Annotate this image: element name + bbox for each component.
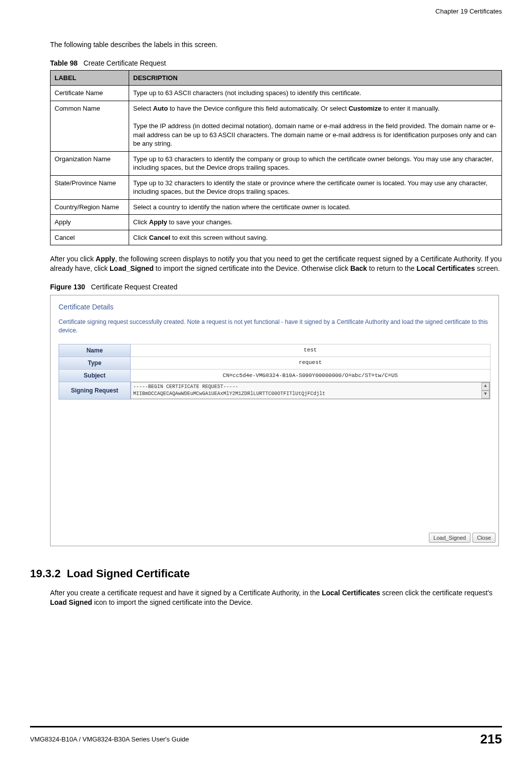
- modal-title: Certificate Details: [59, 302, 490, 312]
- section-paragraph: After you create a certificate request a…: [50, 588, 502, 607]
- table-row: Cancel Click Cancel to exit this screen …: [51, 230, 502, 245]
- intro-paragraph: The following table describes the labels…: [50, 40, 502, 50]
- figure-caption-title: Certificate Request Created: [91, 283, 178, 291]
- page-footer: VMG8324-B10A / VMG8324-B30A Series User'…: [30, 726, 502, 748]
- labels-table: LABEL DESCRIPTION Certificate Name Type …: [50, 70, 502, 246]
- table-caption-title: Create Certificate Request: [84, 59, 166, 67]
- col-description: DESCRIPTION: [129, 70, 502, 86]
- table-row: Common Name Select Auto to have the Devi…: [51, 101, 502, 151]
- row-desc: Type up to 32 characters to identify the…: [129, 175, 502, 199]
- row-label: Certificate Name: [51, 86, 129, 101]
- cert-type-value: request: [131, 356, 490, 369]
- scroll-up-icon[interactable]: ▲: [481, 383, 489, 391]
- signing-request-text: -----BEGIN CERTIFICATE REQUEST----- MIIB…: [133, 384, 325, 397]
- footer-page-number: 215: [480, 730, 502, 748]
- col-label: LABEL: [51, 70, 129, 86]
- section-title: Load Signed Certificate: [67, 567, 190, 580]
- section-number: 19.3.2: [30, 567, 61, 580]
- cert-type-label: Type: [59, 356, 131, 369]
- certificate-info-table: Name test Type request Subject CN=cc5d4e…: [59, 344, 490, 400]
- row-label: Organization Name: [51, 151, 129, 175]
- row-label: Apply: [51, 215, 129, 230]
- footer-guide-name: VMG8324-B10A / VMG8324-B30A Series User'…: [30, 735, 189, 744]
- row-desc: Select Auto to have the Device configure…: [129, 101, 502, 151]
- table-row: State/Province Name Type up to 32 charac…: [51, 175, 502, 199]
- table-row: Country/Region Name Select a country to …: [51, 199, 502, 215]
- table-caption-number: Table 98: [50, 59, 78, 67]
- table-row: Organization Name Type up to 63 characte…: [51, 151, 502, 175]
- load-signed-button[interactable]: Load_Signed: [429, 533, 470, 543]
- row-label: State/Province Name: [51, 175, 129, 199]
- row-desc: Select a country to identify the nation …: [129, 199, 502, 215]
- scroll-down-icon[interactable]: ▼: [481, 391, 489, 399]
- cert-name-value: test: [131, 344, 490, 356]
- cert-subject-label: Subject: [59, 369, 131, 381]
- table-row: Apply Click Apply to save your changes.: [51, 215, 502, 230]
- chapter-header: Chapter 19 Certificates: [435, 7, 502, 16]
- section-heading: 19.3.2 Load Signed Certificate: [30, 566, 502, 581]
- row-label: Common Name: [51, 101, 129, 151]
- row-desc: Click Apply to save your changes.: [129, 215, 502, 230]
- close-button[interactable]: Close: [472, 533, 495, 543]
- row-desc: Click Cancel to exit this screen without…: [129, 230, 502, 245]
- cert-name-label: Name: [59, 344, 131, 356]
- row-label: Country/Region Name: [51, 199, 129, 215]
- after-table-paragraph: After you click Apply, the following scr…: [50, 254, 502, 273]
- table-caption: Table 98 Create Certificate Request: [50, 59, 502, 68]
- cert-subject-value: CN=cc5d4e-VMG8324-B10A-S090Y00000000/O=a…: [131, 369, 490, 381]
- figure-caption: Figure 130 Certificate Request Created: [50, 282, 502, 292]
- figure-caption-number: Figure 130: [50, 283, 85, 291]
- row-desc: Type up to 63 characters to identify the…: [129, 151, 502, 175]
- certificate-details-modal: Certificate Details Certificate signing …: [50, 295, 499, 546]
- table-row: Certificate Name Type up to 63 ASCII cha…: [51, 86, 502, 101]
- modal-message: Certificate signing request successfully…: [59, 318, 490, 335]
- row-desc: Type up to 63 ASCII characters (not incl…: [129, 86, 502, 101]
- cert-signing-request-label: Signing Request: [59, 382, 131, 400]
- row-label: Cancel: [51, 230, 129, 245]
- signing-request-textarea[interactable]: -----BEGIN CERTIFICATE REQUEST----- MIIB…: [131, 382, 490, 399]
